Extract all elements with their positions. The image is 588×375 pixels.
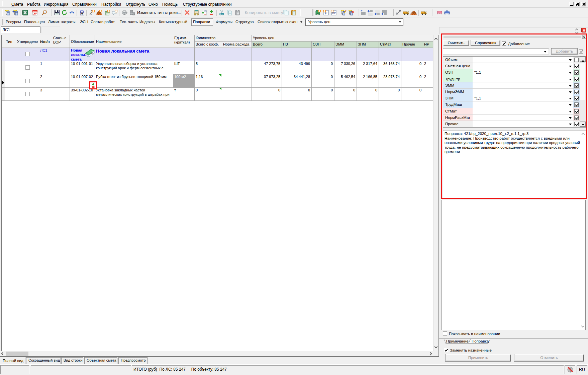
svg-text:PDF: PDF: [33, 10, 37, 12]
svg-text:✱: ✱: [81, 12, 83, 15]
